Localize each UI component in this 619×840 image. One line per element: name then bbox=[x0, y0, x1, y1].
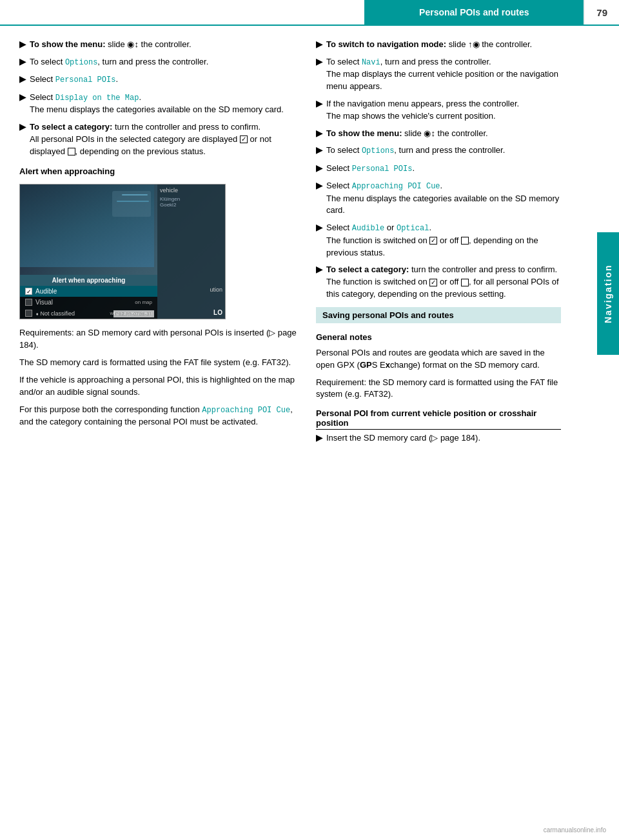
bullet-arrow: ▶ bbox=[19, 92, 26, 103]
alert-image: vehicle KlüingenGoekl2 ution LO Alert wh… bbox=[19, 184, 226, 319]
bullet-arrow: ▶ bbox=[316, 264, 322, 275]
left-column: ▶ To show the menu: slide ◉↕ the control… bbox=[19, 39, 297, 450]
alert-heading: Alert when approaching bbox=[19, 166, 297, 176]
saving-section-header: Saving personal POIs and routes bbox=[316, 307, 561, 323]
list-item: ▶ To show the menu: slide ◉↕ the control… bbox=[316, 128, 561, 140]
para-requirement: Requirement: the SD memory card is forma… bbox=[316, 377, 561, 401]
list-item: ▶ Select Personal POIs. bbox=[19, 74, 297, 86]
bullet-arrow: ▶ bbox=[316, 222, 322, 234]
page-number: 79 bbox=[584, 0, 619, 25]
list-item: ▶ To select Options, turn and press the … bbox=[316, 145, 561, 157]
list-item: ▶ Insert the SD memory card (▷ page 184)… bbox=[316, 432, 561, 445]
list-item: ▶ To show the menu: slide ◉↕ the control… bbox=[19, 39, 297, 51]
list-item: ▶ To select a category: turn the control… bbox=[316, 264, 561, 301]
list-item: ▶ To select Navi, turn and press the con… bbox=[316, 56, 561, 93]
watermark: carmanualsonline.info bbox=[544, 826, 606, 834]
para-geodata: Personal POIs and routes are geodata whi… bbox=[316, 347, 561, 372]
para-fat: The SD memory card is formatted using th… bbox=[19, 357, 297, 369]
bullet-arrow: ▶ bbox=[19, 56, 26, 68]
list-item: ▶ Select Personal POIs. bbox=[316, 163, 561, 175]
bullet-arrow: ▶ bbox=[316, 432, 322, 444]
para-approaching: If the vehicle is approaching a personal… bbox=[19, 374, 297, 399]
bullet-arrow: ▶ bbox=[19, 74, 26, 85]
bullet-arrow: ▶ bbox=[316, 56, 322, 68]
bullet-arrow: ▶ bbox=[316, 98, 322, 110]
bullet-arrow: ▶ bbox=[19, 39, 26, 50]
list-item: ▶ If the navigation menu appears, press … bbox=[316, 98, 561, 123]
bullet-arrow: ▶ bbox=[316, 180, 322, 192]
poi-section-heading: Personal POI from current vehicle positi… bbox=[316, 408, 561, 430]
right-column: ▶ To switch to navigation mode: slide ↑◉… bbox=[316, 39, 593, 450]
bullet-arrow: ▶ bbox=[316, 128, 322, 139]
para-purpose: For this purpose both the corresponding … bbox=[19, 404, 297, 428]
bullet-arrow: ▶ bbox=[316, 163, 322, 174]
navigation-side-tab: Navigation bbox=[597, 232, 619, 355]
list-item: ▶ Select Audible or Optical. The functio… bbox=[316, 222, 561, 259]
general-notes-heading: General notes bbox=[316, 332, 561, 342]
list-item: ▶ Select Display on the Map. The menu di… bbox=[19, 92, 297, 116]
bullet-arrow: ▶ bbox=[19, 121, 26, 133]
list-item: ▶ To switch to navigation mode: slide ↑◉… bbox=[316, 39, 561, 51]
bullet-arrow: ▶ bbox=[316, 39, 322, 50]
bullet-arrow: ▶ bbox=[316, 145, 322, 156]
header-title: Personal POIs and routes bbox=[364, 0, 584, 25]
list-item: ▶ Select Approaching POI Cue. The menu d… bbox=[316, 180, 561, 217]
list-item: ▶ To select Options, turn and press the … bbox=[19, 56, 297, 68]
para-requirements: Requirements: an SD memory card with per… bbox=[19, 327, 297, 352]
list-item: ▶ To select a category: turn the control… bbox=[19, 121, 297, 158]
